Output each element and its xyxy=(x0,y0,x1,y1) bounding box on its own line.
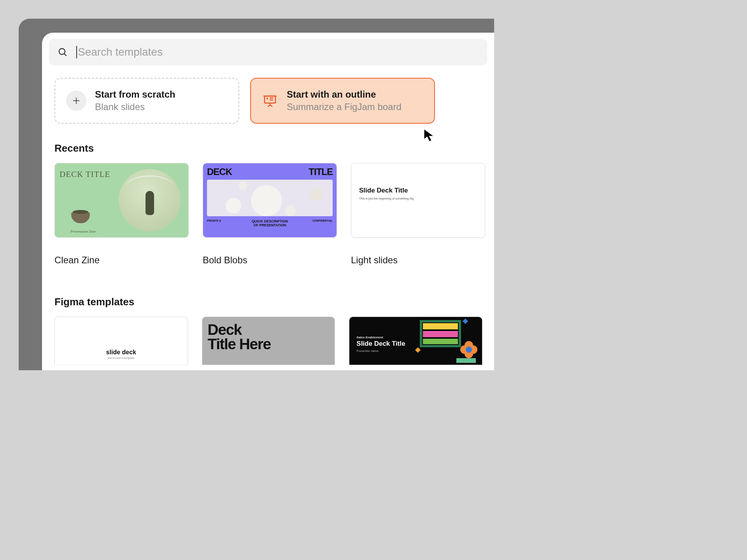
svg-line-8 xyxy=(270,105,272,107)
figma-template-dark[interactable]: Sales Enablement Slide Deck Title Presen… xyxy=(349,317,482,365)
ft-gray-line2: Title Here xyxy=(208,337,330,351)
ft-dark-graphic xyxy=(416,320,478,364)
zine-circle-graphic xyxy=(119,169,181,231)
scratch-title: Start from scratch xyxy=(95,89,175,100)
ft-plain-title: slide deck xyxy=(55,349,188,356)
outline-subtitle: Summarize a FigJam board xyxy=(287,102,402,112)
blobs-footer-mid-1: QUICK DESCRIPTION xyxy=(252,219,288,223)
ft-gray-line1: Deck xyxy=(208,322,330,337)
template-thumbnail: DECK TITLE Presentation Date xyxy=(54,163,189,238)
blobs-deck-word: DECK xyxy=(207,166,232,177)
action-row: Start from scratch Blank slides xyxy=(54,78,482,124)
template-clean-zine[interactable]: DECK TITLE Presentation Date Clean Zine xyxy=(54,163,189,266)
blobs-footer-mid-2: OF PRESENTATION xyxy=(252,223,288,227)
svg-point-0 xyxy=(59,49,65,54)
start-with-outline-card[interactable]: Start with an outline Summarize a FigJam… xyxy=(250,78,435,124)
figma-templates-heading: Figma templates xyxy=(54,296,482,308)
presentation-board-icon xyxy=(262,93,278,109)
search-bar[interactable] xyxy=(49,39,487,65)
blobs-title-word: TITLE xyxy=(309,166,333,177)
zine-bowl-graphic xyxy=(71,212,90,223)
ft-plain-subtitle: but it's just a template xyxy=(55,357,188,359)
template-light-slides[interactable]: Slide Deck Title This is just the beginn… xyxy=(351,163,485,266)
search-input[interactable] xyxy=(78,46,479,58)
zine-deck-title: DECK TITLE xyxy=(60,170,111,179)
blobs-footer-left: PRIVATE & xyxy=(207,219,230,222)
template-title: Light slides xyxy=(351,255,485,266)
template-title: Clean Zine xyxy=(54,255,189,266)
light-subtitle: This is just the beginning of something … xyxy=(359,197,477,200)
plus-icon xyxy=(66,91,86,111)
recents-heading: Recents xyxy=(54,142,482,154)
outline-title: Start with an outline xyxy=(287,89,402,100)
figma-templates-row: slide deck but it's just a template Deck… xyxy=(54,317,482,365)
light-title: Slide Deck Title xyxy=(359,187,477,194)
template-title: Bold Blobs xyxy=(203,255,337,266)
figma-template-gray[interactable]: Deck Title Here xyxy=(202,317,335,365)
zine-date: Presentation Date xyxy=(70,229,96,233)
search-icon xyxy=(58,47,68,57)
text-caret xyxy=(76,46,77,58)
svg-line-1 xyxy=(64,54,66,56)
template-thumbnail: DECK TITLE PRIVATE & QUICK DESCRIPTION O… xyxy=(203,163,337,238)
start-from-scratch-card[interactable]: Start from scratch Blank slides xyxy=(54,78,239,124)
template-bold-blobs[interactable]: DECK TITLE PRIVATE & QUICK DESCRIPTION O… xyxy=(203,163,337,266)
blobs-image-graphic xyxy=(207,180,333,216)
template-thumbnail: Slide Deck Title This is just the beginn… xyxy=(351,163,485,238)
blobs-footer-right: CONFIDENTIAL xyxy=(309,219,333,222)
svg-line-7 xyxy=(268,105,270,107)
recents-row: DECK TITLE Presentation Date Clean Zine … xyxy=(54,163,482,266)
scratch-subtitle: Blank slides xyxy=(95,102,175,112)
template-picker-modal: Start from scratch Blank slides xyxy=(42,33,494,370)
figma-template-plain[interactable]: slide deck but it's just a template xyxy=(54,317,188,365)
